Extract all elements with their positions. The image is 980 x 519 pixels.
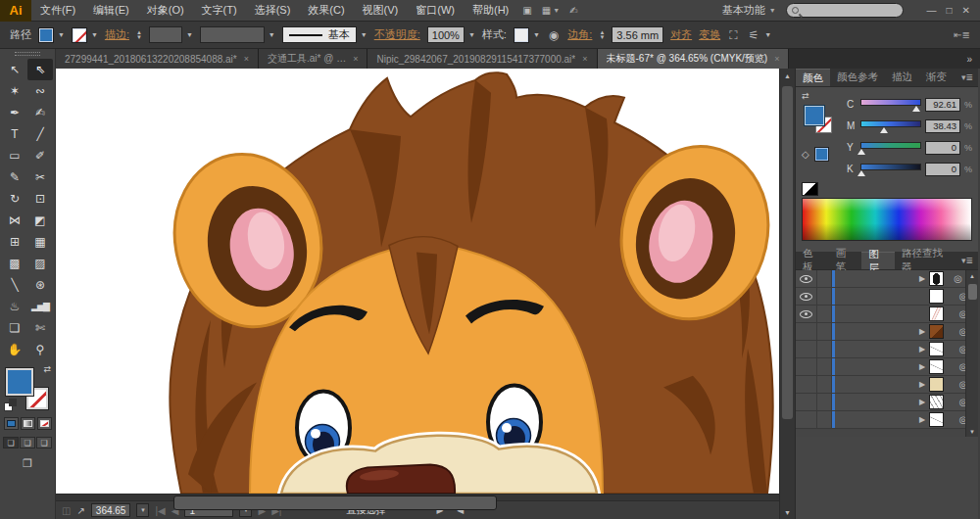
align-link[interactable]: 对齐 — [670, 27, 692, 42]
bridge-icon[interactable]: ▣ — [517, 5, 536, 16]
chevron-down-icon[interactable]: ▼ — [91, 31, 98, 38]
paintbrush-tool[interactable]: ✐ — [27, 145, 53, 166]
visibility-toggle[interactable] — [796, 376, 817, 393]
draw-behind-button[interactable]: ❏ — [20, 437, 35, 448]
visibility-toggle[interactable] — [796, 306, 817, 322]
close-icon[interactable]: × — [582, 54, 587, 64]
menu-object[interactable]: 对象(O) — [138, 0, 193, 22]
layer-row[interactable]: ▶ ◎ — [796, 358, 978, 376]
document-tab-3[interactable]: Nipic_29842067_20190829115417377000.ai*× — [368, 49, 597, 69]
swap-fill-stroke-icon[interactable]: ⇄ — [802, 91, 809, 101]
chevron-down-icon[interactable]: ▼ — [764, 31, 771, 38]
rectangle-tool[interactable]: ▭ — [2, 145, 27, 166]
color-fill-proxy[interactable] — [804, 105, 825, 126]
layer-thumbnail[interactable] — [929, 412, 944, 427]
free-transform-tool[interactable]: ⊡ — [27, 188, 53, 210]
visibility-toggle[interactable] — [796, 270, 817, 287]
document-tab-2[interactable]: 交通工具.ai* @ …× — [259, 49, 368, 69]
layer-thumbnail[interactable] — [929, 395, 944, 409]
menu-edit[interactable]: 编辑(E) — [84, 0, 138, 22]
menu-type[interactable]: 文字(T) — [193, 0, 246, 22]
layer-row[interactable]: ▶ ◎ — [796, 341, 978, 358]
blend-tool[interactable]: ⊛ — [27, 274, 53, 296]
slider-thumb[interactable] — [858, 170, 865, 176]
tab-stroke[interactable]: 描边 — [885, 69, 919, 86]
draw-normal-button[interactable]: ❏ — [3, 437, 19, 448]
yellow-value-field[interactable]: 0 — [925, 141, 960, 155]
eyedropper-tool[interactable]: ╲ — [2, 274, 27, 296]
visibility-toggle[interactable] — [796, 323, 817, 340]
selection-tool[interactable]: ↖ — [2, 59, 27, 80]
scroll-up-icon[interactable]: ▲ — [780, 69, 795, 82]
line-segment-tool[interactable]: ╱ — [27, 123, 53, 145]
gradient-mode-button[interactable] — [21, 417, 35, 430]
default-fill-stroke-icon[interactable] — [4, 402, 13, 411]
chevron-down-icon[interactable]: ▼ — [533, 31, 540, 38]
pencil-tool[interactable]: ✎ — [2, 166, 27, 188]
workspace-switcher[interactable]: 基本功能 ▼ — [712, 3, 786, 18]
chevron-down-icon[interactable]: ▼ — [468, 31, 475, 38]
layer-thumbnail[interactable] — [929, 342, 944, 356]
panel-toggle-icon[interactable]: ⇤≣ — [954, 29, 970, 40]
layer-thumbnail[interactable] — [929, 359, 944, 374]
layer-row[interactable]: ▶ ◎ — [796, 270, 978, 288]
expand-triangle-icon[interactable]: ▶ — [915, 327, 929, 336]
black-slider[interactable] — [860, 163, 921, 176]
vscroll-thumb[interactable] — [782, 86, 793, 419]
arrange-documents-icon[interactable]: ▦▼ — [537, 5, 564, 16]
shape-builder-tool[interactable]: ◩ — [27, 210, 53, 231]
tab-gradient[interactable]: 渐变 — [919, 69, 954, 86]
menu-effect[interactable]: 效果(C) — [299, 0, 353, 22]
expand-triangle-icon[interactable]: ▶ — [915, 398, 929, 406]
perspective-grid-tool[interactable]: ⊞ — [2, 231, 27, 253]
search-input[interactable] — [786, 3, 904, 18]
stroke-weight-field[interactable] — [149, 26, 182, 43]
layer-thumbnail[interactable] — [929, 271, 944, 286]
scroll-down-icon[interactable]: ▼ — [780, 505, 795, 519]
chevron-down-icon[interactable]: ▼ — [361, 31, 368, 38]
pen-tool[interactable]: ✒ — [2, 102, 27, 123]
tab-layers[interactable]: 图层 — [861, 252, 895, 269]
fill-stroke-proxy[interactable]: ⇄ — [6, 368, 49, 409]
expand-triangle-icon[interactable]: ▶ — [915, 362, 929, 371]
mesh-tool[interactable]: ▦ — [27, 231, 53, 253]
opacity-field[interactable]: 100% — [427, 26, 465, 43]
slider-thumb[interactable] — [880, 127, 888, 133]
brush-definition-select[interactable]: 基本 — [282, 26, 357, 43]
maximize-button[interactable]: □ — [947, 5, 953, 16]
fill-proxy-swatch[interactable] — [6, 368, 33, 396]
corner-stepper[interactable]: ▲▼ — [599, 30, 605, 40]
layer-row[interactable]: ◎ — [796, 288, 978, 306]
panel-menu-icon[interactable]: ▾≣ — [956, 69, 978, 86]
opacity-link[interactable]: 不透明度: — [374, 27, 420, 42]
corner-link[interactable]: 边角: — [567, 27, 592, 42]
select-similar-icon[interactable]: ⚟ — [747, 28, 761, 42]
magenta-value-field[interactable]: 38.43 — [925, 119, 960, 133]
menu-view[interactable]: 视图(V) — [354, 0, 408, 22]
stroke-link[interactable]: 描边: — [105, 27, 129, 42]
type-tool[interactable]: T — [2, 123, 27, 145]
curvature-tool[interactable]: ✍ — [27, 102, 53, 123]
variable-width-profile[interactable] — [200, 26, 265, 43]
layer-thumbnail[interactable] — [929, 324, 944, 339]
artboard-tool[interactable]: ❏ — [2, 317, 27, 339]
draw-inside-button[interactable]: ❏ — [36, 437, 52, 448]
recolor-artwork-icon[interactable]: ◉ — [547, 28, 561, 42]
scroll-up-icon[interactable]: ▲ — [969, 270, 975, 281]
web-color-cube-icon[interactable]: ◇ — [802, 149, 809, 160]
minimize-button[interactable]: — — [927, 5, 937, 16]
screen-mode-button[interactable]: ❐ — [23, 457, 32, 470]
zoom-tool[interactable]: ⚲ — [27, 339, 53, 360]
symbol-sprayer-tool[interactable]: ♨ — [2, 296, 27, 317]
close-button[interactable]: ✕ — [962, 5, 970, 16]
expand-triangle-icon[interactable]: ▶ — [915, 345, 929, 354]
layer-thumbnail[interactable] — [929, 289, 944, 304]
color-spectrum-bar[interactable] — [802, 198, 972, 241]
visibility-toggle[interactable] — [796, 411, 817, 428]
corner-field[interactable]: 3.56 mm — [612, 26, 663, 43]
horizontal-scrollbar[interactable] — [56, 494, 779, 500]
close-icon[interactable]: × — [244, 54, 249, 64]
slider-thumb[interactable] — [858, 149, 865, 155]
canvas[interactable] — [56, 69, 779, 494]
zoom-dropdown-icon[interactable]: ▼ — [136, 503, 149, 517]
